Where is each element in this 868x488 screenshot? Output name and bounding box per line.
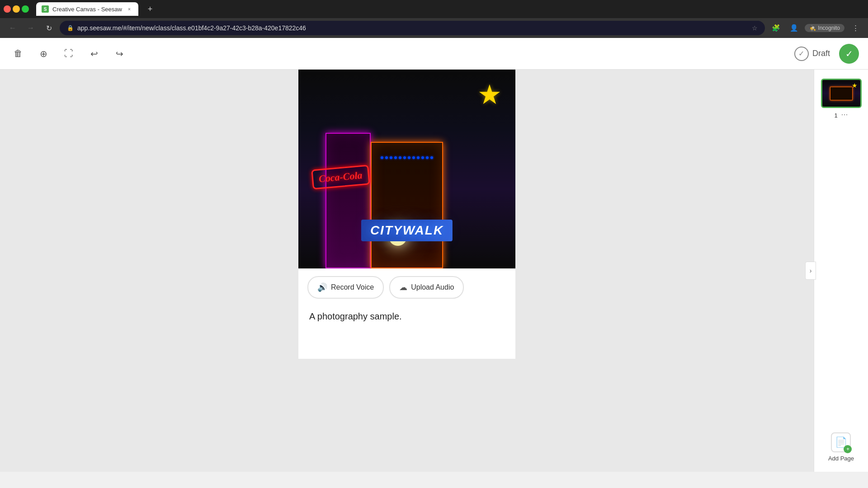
add-page-plus-icon: + xyxy=(844,445,852,453)
citywalk-background: ★ xyxy=(298,70,515,268)
light-dot xyxy=(417,156,420,159)
light-dot xyxy=(430,156,433,159)
light-dot xyxy=(390,156,392,159)
add-page-button[interactable]: 📄 + Add Page xyxy=(823,427,859,467)
upload-audio-button[interactable]: ☁ Upload Audio xyxy=(389,276,464,299)
citywalk-sign: CITYWALK xyxy=(361,220,453,241)
browser-chrome: × − □ S Creative Canvas - Seesaw × + ← →… xyxy=(0,0,868,38)
forward-button[interactable]: → xyxy=(24,21,38,35)
add-page-label: Add Page xyxy=(828,455,854,462)
tab-favicon: S xyxy=(42,5,49,13)
draft-badge: ✓ Draft xyxy=(794,47,830,61)
toolbar-left: 🗑 ⊕ ⛶ ↩ ↪ xyxy=(9,45,128,63)
incognito-icon: 🕵 xyxy=(809,25,816,31)
light-dot xyxy=(394,156,397,159)
refresh-button[interactable]: ↻ xyxy=(42,21,56,35)
page-more-icon[interactable]: ··· xyxy=(841,110,848,119)
undo-button[interactable]: ↩ xyxy=(85,45,103,63)
menu-button[interactable]: ⋮ xyxy=(848,21,863,35)
text-content[interactable]: A photography sample. xyxy=(307,308,506,325)
tab-close-button[interactable]: × xyxy=(126,5,133,13)
bookmark-icon[interactable]: ☆ xyxy=(752,24,758,32)
canvas-area[interactable]: ★ xyxy=(0,70,814,472)
bottom-panel: 🔊 Record Voice ☁ Upload Audio A photogra… xyxy=(298,268,515,359)
new-tab-button[interactable]: + xyxy=(144,3,156,15)
star-sticker[interactable]: ★ xyxy=(477,79,502,110)
zoom-in-button[interactable]: ⊕ xyxy=(34,45,52,63)
building-lights xyxy=(372,152,442,164)
light-dot xyxy=(426,156,429,159)
record-voice-label: Record Voice xyxy=(331,283,374,291)
app-toolbar: 🗑 ⊕ ⛶ ↩ ↪ ✓ Draft ✓ xyxy=(0,38,868,70)
title-bar: × − □ S Creative Canvas - Seesaw × + xyxy=(0,0,868,18)
window-controls: × − □ xyxy=(4,5,29,13)
address-bar: ← → ↻ 🔒 app.seesaw.me/#/item/new/class/c… xyxy=(0,18,868,38)
maximize-button[interactable]: □ xyxy=(22,5,29,13)
delete-button[interactable]: 🗑 xyxy=(9,45,27,63)
main-area: ★ xyxy=(0,70,868,472)
fullscreen-button[interactable]: ⛶ xyxy=(60,45,78,63)
page-number: 1 xyxy=(834,112,837,119)
light-dot xyxy=(408,156,410,159)
upload-audio-icon: ☁ xyxy=(399,282,407,292)
close-button[interactable]: × xyxy=(4,5,11,13)
draft-check-icon: ✓ xyxy=(794,47,809,61)
light-dot xyxy=(385,156,388,159)
extensions-button[interactable]: 🧩 xyxy=(769,21,783,35)
light-dot xyxy=(403,156,406,159)
lock-icon: 🔒 xyxy=(67,25,74,31)
url-text: app.seesaw.me/#/item/new/class/class.e01… xyxy=(77,24,748,32)
back-button[interactable]: ← xyxy=(5,21,20,35)
draft-label: Draft xyxy=(812,49,830,58)
upload-audio-label: Upload Audio xyxy=(411,283,454,291)
light-dot xyxy=(421,156,424,159)
canvas-image-container: ★ xyxy=(298,70,515,268)
profile-button[interactable]: 👤 xyxy=(787,21,801,35)
canvas-content: ★ xyxy=(0,70,814,472)
record-voice-button[interactable]: 🔊 Record Voice xyxy=(307,276,384,299)
audio-buttons: 🔊 Record Voice ☁ Upload Audio xyxy=(307,276,506,299)
tab-title: Creative Canvas - Seesaw xyxy=(52,6,122,13)
thumbnail-preview: ★ xyxy=(822,80,860,107)
building-center xyxy=(371,142,443,268)
toolbar-right: ✓ Draft ✓ xyxy=(794,44,859,64)
building-left xyxy=(326,133,371,268)
page-thumbnail[interactable]: ★ xyxy=(821,79,862,108)
record-voice-icon: 🔊 xyxy=(317,282,327,292)
url-bar[interactable]: 🔒 app.seesaw.me/#/item/new/class/class.e… xyxy=(60,21,765,35)
incognito-label: Incognito xyxy=(818,25,840,31)
light-dot xyxy=(399,156,401,159)
add-page-icon: 📄 + xyxy=(831,432,851,452)
neon-scene: ★ xyxy=(298,70,515,268)
incognito-badge: 🕵 Incognito xyxy=(805,24,844,32)
right-sidebar: › ★ 1 ··· 📄 + Add Page xyxy=(814,70,868,472)
redo-button[interactable]: ↪ xyxy=(110,45,128,63)
canvas-image[interactable]: ★ xyxy=(298,70,515,268)
light-dot xyxy=(381,156,383,159)
browser-tab[interactable]: S Creative Canvas - Seesaw × xyxy=(36,2,138,16)
light-dot xyxy=(412,156,415,159)
sidebar-toggle[interactable]: › xyxy=(805,262,816,280)
minimize-button[interactable]: − xyxy=(13,5,20,13)
submit-button[interactable]: ✓ xyxy=(839,44,859,64)
browser-actions: 🧩 👤 🕵 Incognito ⋮ xyxy=(769,21,863,35)
